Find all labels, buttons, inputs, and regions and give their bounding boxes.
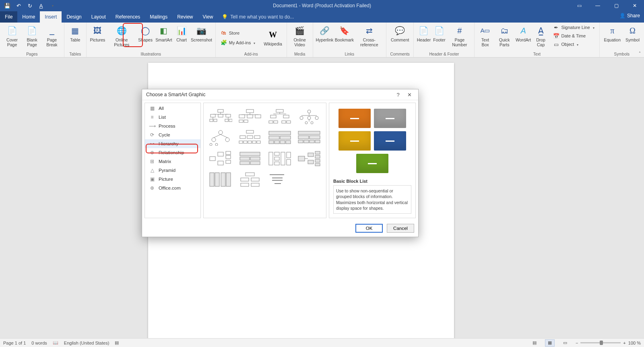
layout-labeled-hierarchy[interactable] <box>237 130 263 146</box>
footer-button[interactable]: 📄Footer <box>432 23 446 43</box>
wordart-button[interactable]: AWordArt <box>516 23 531 43</box>
dialog-close-button[interactable]: ✕ <box>404 90 415 99</box>
dialog-help-button[interactable]: ? <box>392 90 404 99</box>
ok-button[interactable]: OK <box>355 224 383 233</box>
category-hierarchy[interactable]: ⊶Hierarchy <box>145 139 200 148</box>
close-button[interactable]: ✕ <box>625 0 644 11</box>
bookmark-button[interactable]: 🔖Bookmark <box>334 23 354 43</box>
tab-view[interactable]: View <box>198 11 218 23</box>
undo-button[interactable]: ↶ <box>14 1 23 10</box>
smartart-button[interactable]: ◧SmartArt <box>155 23 173 43</box>
layout-table-hierarchy[interactable] <box>267 130 293 146</box>
layout-hierarchy-list[interactable] <box>297 130 322 146</box>
share-label: Share <box>627 13 640 19</box>
layout-half-circle-org-chart[interactable] <box>267 109 293 125</box>
layout-architecture[interactable] <box>237 171 263 188</box>
pictures-button[interactable]: 🖼Pictures <box>89 23 106 43</box>
category-all[interactable]: ▦All <box>145 104 200 113</box>
header-button[interactable]: 📄Header <box>416 23 431 43</box>
cross-reference-button[interactable]: ⇄Cross-reference <box>355 23 384 48</box>
tell-me-placeholder: Tell me what you want to do... <box>230 14 294 20</box>
layout-lined-list[interactable] <box>208 171 233 188</box>
page-break-button[interactable]: ⎯Page Break <box>42 23 62 48</box>
category-matrix[interactable]: ⊞Matrix <box>145 157 200 166</box>
svg-point-29 <box>308 110 311 113</box>
qat-customize-button[interactable] <box>47 1 57 10</box>
tab-home[interactable]: Home <box>17 11 40 23</box>
table-button[interactable]: ▦Table <box>67 23 84 43</box>
shapes-button[interactable]: ◯Shapes <box>137 23 154 43</box>
tell-me-search[interactable]: 💡 Tell me what you want to do... <box>218 11 298 23</box>
layout-horizontal-org-chart[interactable] <box>237 151 263 167</box>
category-relationship[interactable]: ⊕Relationship <box>145 148 200 157</box>
layout-circle-picture-hierarchy[interactable] <box>297 109 322 125</box>
equation-button[interactable]: πEquation <box>602 23 623 43</box>
signature-line-button[interactable]: ✒Signature Line <box>551 23 597 31</box>
layout-horizontal-labeled-hierarchy[interactable] <box>297 151 322 167</box>
category-officecom[interactable]: ⊕Office.com <box>145 184 200 192</box>
share-button[interactable]: 👤 Share <box>619 13 640 19</box>
save-button[interactable]: 💾 <box>2 1 12 10</box>
tab-review[interactable]: Review <box>172 11 198 23</box>
category-cycle[interactable]: ⟳Cycle <box>145 130 200 139</box>
my-addins-button[interactable]: 🧩My Add-ins <box>218 39 258 47</box>
zoom-level[interactable]: 100 % <box>628 341 641 345</box>
layout-organization-chart[interactable] <box>208 109 233 125</box>
online-pictures-button[interactable]: 🌐Online Pictures <box>107 23 136 48</box>
tab-references[interactable]: References <box>111 11 145 23</box>
maximize-button[interactable]: ▢ <box>607 0 625 11</box>
category-pyramid[interactable]: △Pyramid <box>145 166 200 175</box>
ribbon-display-options-button[interactable]: ▭ <box>570 0 588 11</box>
layout-horizontal-hierarchy[interactable] <box>208 151 233 167</box>
chart-button[interactable]: 📊Chart <box>174 23 189 43</box>
text-highlight-button[interactable]: A <box>36 1 46 10</box>
blank-page-button[interactable]: 📄Blank Page <box>23 23 41 48</box>
wikipedia-button[interactable]: WWikipedia <box>262 27 284 48</box>
comment-button[interactable]: 💬Comment <box>389 23 411 43</box>
textbox-button[interactable]: A▭Text Box <box>477 23 493 48</box>
status-words[interactable]: 0 words <box>31 341 47 345</box>
layout-text-hierarchy[interactable] <box>267 171 293 188</box>
tab-layout[interactable]: Layout <box>87 11 111 23</box>
tab-insert[interactable]: Insert <box>40 11 62 23</box>
view-read-mode[interactable]: ▤ <box>530 339 539 347</box>
layout-name-title-org-chart[interactable] <box>237 109 263 125</box>
svg-rect-94 <box>210 173 214 186</box>
zoom-out-button[interactable]: − <box>576 341 578 345</box>
tab-design[interactable]: Design <box>62 11 86 23</box>
cancel-button[interactable]: Cancel <box>387 224 414 233</box>
zoom-in-button[interactable]: + <box>623 341 625 345</box>
status-language[interactable]: English (United States) <box>64 341 109 345</box>
collapse-ribbon-button[interactable]: ˄ <box>639 51 641 56</box>
tab-mailings[interactable]: Mailings <box>145 11 172 23</box>
page-number-button[interactable]: #Page Number <box>447 23 472 48</box>
object-button[interactable]: ▭Object <box>551 40 597 48</box>
svg-rect-71 <box>226 151 231 155</box>
zoom-slider[interactable] <box>580 342 621 343</box>
view-web-layout[interactable]: ▭ <box>560 339 570 347</box>
date-time-button[interactable]: 📅Date & Time <box>551 32 597 40</box>
view-print-layout[interactable]: ▦ <box>545 339 555 347</box>
dialog-titlebar[interactable]: Choose a SmartArt Graphic ? ✕ <box>142 89 418 100</box>
tab-file[interactable]: File <box>0 11 17 23</box>
symbol-button[interactable]: ΩSymbol <box>623 23 642 43</box>
screenshot-button[interactable]: 📷Screenshot <box>190 23 213 43</box>
svg-rect-25 <box>282 121 286 123</box>
redo-button[interactable]: ↻ <box>25 1 35 10</box>
cover-page-button[interactable]: 📄Cover Page <box>2 23 22 48</box>
online-video-button[interactable]: 🎬Online Video <box>289 23 310 48</box>
category-picture[interactable]: ▣Picture <box>145 175 200 184</box>
category-process[interactable]: ⟶Process <box>145 122 200 130</box>
minimize-button[interactable]: — <box>588 0 607 11</box>
dropcap-button[interactable]: A̲Drop Cap <box>532 23 550 48</box>
category-list[interactable]: ≡List <box>145 113 200 122</box>
layout-hierarchy[interactable] <box>208 130 233 146</box>
status-page[interactable]: Page 1 of 1 <box>3 341 26 345</box>
layout-horizontal-multi-level[interactable] <box>267 151 293 167</box>
store-button[interactable]: 🛍Store <box>218 29 258 37</box>
macro-icon[interactable]: ▤ <box>115 340 119 345</box>
proofing-icon[interactable]: 📖 <box>53 340 58 345</box>
quick-parts-button[interactable]: 🗂Quick Parts <box>494 23 515 48</box>
svg-point-41 <box>210 143 212 146</box>
hyperlink-button[interactable]: 🔗Hyperlink <box>316 23 334 43</box>
